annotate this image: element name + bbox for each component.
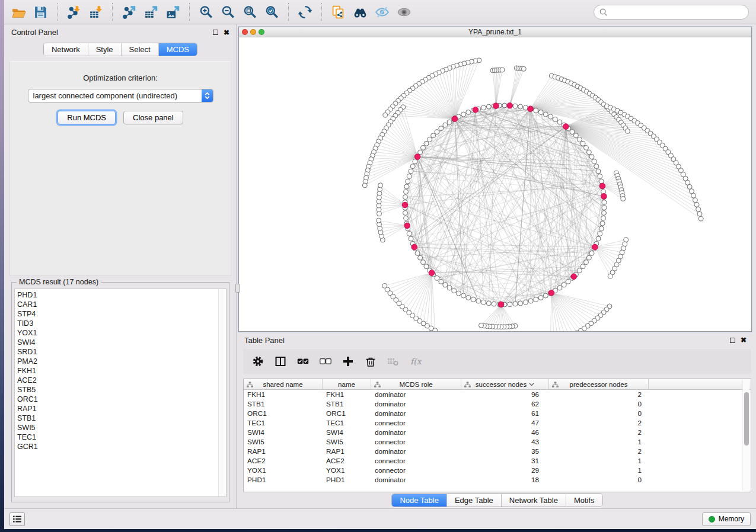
tab-network[interactable]: Network [44, 43, 88, 56]
optimization-select[interactable]: largest connected component (undirected) [28, 89, 213, 102]
tree-icon [464, 382, 471, 389]
tab-edge-table[interactable]: Edge Table [446, 494, 501, 507]
delete-columns-button[interactable] [362, 352, 379, 370]
mcds-result-item[interactable]: YOX1 [17, 328, 226, 338]
mcds-result-item[interactable]: PMA2 [17, 357, 226, 366]
tree-icon [247, 382, 253, 389]
create-column-button[interactable] [339, 352, 357, 370]
close-panel-button[interactable]: Close panel [123, 111, 183, 124]
tab-node-table[interactable]: Node Table [392, 494, 446, 507]
zoom-fit-button[interactable] [239, 2, 261, 21]
table-row[interactable]: YOX1YOX1connector291 [244, 466, 751, 475]
column-header-predecessor-nodes[interactable]: predecessor nodes [549, 379, 649, 389]
refresh-icon [298, 5, 312, 20]
tab-motifs[interactable]: Motifs [566, 494, 602, 507]
table-row[interactable]: ACE2ACE2connector311 [244, 456, 751, 466]
mcds-result-item[interactable]: GCR1 [17, 442, 226, 451]
table-row[interactable]: FKH1FKH1dominator962 [244, 390, 751, 399]
memory-button[interactable]: Memory [702, 512, 751, 526]
toolbar-button-group [8, 2, 415, 21]
mcds-result-item[interactable]: SWI4 [17, 338, 226, 347]
list-icon [12, 515, 22, 523]
table-panel-close-icon[interactable]: ✖ [741, 336, 747, 344]
mcds-result-item[interactable]: STB5 [17, 385, 226, 395]
table-row[interactable]: SWI5SWI5connector431 [244, 437, 751, 447]
zoom-selected-icon [264, 5, 279, 20]
show-columns-button[interactable] [272, 352, 289, 370]
app-window: Control Panel ✖ NetworkStyleSelectMCDS O… [4, 0, 756, 529]
zoom-in-button[interactable] [195, 2, 217, 21]
mcds-result-item[interactable]: SWI5 [17, 423, 226, 432]
save-session-icon [33, 5, 48, 20]
save-session-button[interactable] [30, 2, 52, 21]
control-panel-close-icon[interactable]: ✖ [224, 29, 229, 36]
tab-select[interactable]: Select [121, 43, 158, 56]
find-network-button[interactable] [349, 2, 371, 21]
table-row[interactable]: TEC1TEC1connector472 [244, 418, 751, 428]
mcds-result-item[interactable]: FKH1 [17, 366, 226, 376]
column-header-shared-name[interactable]: shared name [244, 379, 323, 389]
mcds-result-item[interactable]: SRD1 [17, 347, 226, 357]
export-image-icon [165, 5, 180, 20]
mcds-list-scrollbar[interactable] [218, 289, 226, 496]
mcds-result-item[interactable]: RAP1 [17, 404, 226, 414]
open-file-button[interactable] [8, 2, 30, 21]
mcds-result-listbox: PHD1CAR1STP4TID3YOX1SWI4SRD1PMA2FKH1ACE2… [14, 289, 227, 497]
zoom-out-button[interactable] [217, 2, 239, 21]
mcds-result-item[interactable]: STP4 [17, 309, 226, 319]
table-row[interactable]: STB1STB1dominator620 [244, 399, 751, 409]
search-box [594, 5, 749, 20]
mcds-result-item[interactable]: PHD1 [17, 290, 226, 300]
control-panel-tabs: NetworkStyleSelectMCDS [43, 43, 197, 56]
column-header-successor-nodes[interactable]: successor nodes [461, 379, 549, 389]
table-header-row: shared namenameMCDS rolesuccessor nodesp… [244, 379, 751, 390]
tab-style[interactable]: Style [88, 43, 121, 56]
mcds-result-item[interactable]: TEC1 [17, 432, 226, 442]
panel-divider-handle[interactable] [235, 284, 240, 293]
run-mcds-button[interactable]: Run MCDS [58, 111, 116, 124]
refresh-button[interactable] [294, 2, 316, 21]
table-row[interactable]: RAP1RAP1dominator352 [244, 447, 751, 456]
mcds-result-item[interactable]: TID3 [17, 319, 226, 328]
network-window-title: YPA_prune.txt_1 [239, 28, 751, 36]
import-network-button[interactable] [63, 2, 85, 21]
node-table: shared namenameMCDS rolesuccessor nodesp… [243, 379, 751, 492]
tab-network-table[interactable]: Network Table [501, 494, 566, 507]
network-canvas[interactable] [239, 37, 751, 331]
table-scrollbar[interactable] [742, 380, 749, 491]
function-builder-button: f(x) [407, 352, 425, 370]
network-window-titlebar: YPA_prune.txt_1 [239, 27, 751, 37]
zoom-fit-icon [243, 5, 257, 20]
table-row[interactable]: PHD1PHD1dominator180 [244, 475, 751, 485]
task-history-button[interactable] [9, 512, 25, 526]
table-settings-button[interactable] [249, 352, 267, 370]
mcds-result-title: MCDS result (17 nodes) [17, 278, 101, 286]
control-panel-float-icon[interactable] [213, 30, 218, 35]
select-all-columns-button[interactable] [294, 352, 312, 370]
column-header-MCDS-role[interactable]: MCDS role [371, 379, 461, 389]
table-row[interactable]: SWI4SWI4dominator462 [244, 428, 751, 437]
export-table-icon [143, 5, 158, 20]
search-input[interactable] [594, 5, 749, 20]
import-table-button[interactable] [85, 2, 107, 21]
export-image-button[interactable] [162, 2, 184, 21]
tab-mcds[interactable]: MCDS [158, 43, 197, 56]
first-neighbors-button[interactable] [327, 2, 349, 21]
export-table-button[interactable] [140, 2, 162, 21]
open-file-icon [11, 5, 26, 20]
table-row[interactable]: ORC1ORC1dominator610 [244, 409, 751, 418]
show-details-button[interactable] [393, 2, 415, 21]
mcds-result-item[interactable]: STB1 [17, 414, 226, 423]
mcds-result-item[interactable]: ORC1 [17, 395, 226, 404]
deselect-all-columns-button[interactable] [317, 352, 334, 370]
column-header-name[interactable]: name [323, 379, 371, 389]
table-panel-float-icon[interactable] [730, 338, 735, 343]
table-scrollbar-thumb[interactable] [744, 392, 749, 446]
zoom-selected-button[interactable] [261, 2, 283, 21]
export-network-button[interactable] [118, 2, 140, 21]
hide-details-button[interactable] [371, 2, 393, 21]
svg-text:f(x): f(x) [410, 357, 422, 366]
mcds-result-item[interactable]: CAR1 [17, 300, 226, 309]
mcds-result-item[interactable]: ACE2 [17, 376, 226, 385]
toolbar-separator [112, 3, 113, 21]
